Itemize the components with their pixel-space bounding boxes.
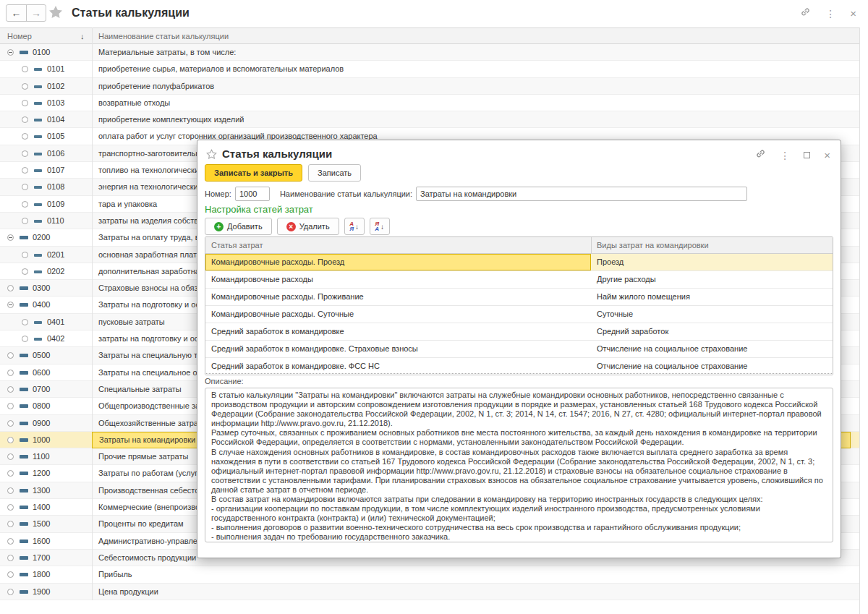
cost-item-row[interactable]: Командировочные расходы. СуточныеСуточны… bbox=[205, 306, 833, 323]
node-circle-icon[interactable] bbox=[7, 437, 14, 443]
cost-item-row[interactable]: Командировочные расходы. ПроездПроезд bbox=[205, 254, 833, 271]
node-circle-icon[interactable] bbox=[7, 589, 14, 595]
list-row[interactable]: 0104приобретение комплектующих изделий bbox=[0, 111, 859, 128]
dialog-link-icon[interactable] bbox=[755, 148, 766, 162]
scrollbar-gutter[interactable] bbox=[859, 27, 860, 614]
row-name: Затраты по работам (услуга bbox=[98, 465, 202, 482]
description-textarea[interactable]: В статью калькуляции "Затраты на команди… bbox=[205, 388, 833, 542]
name-input[interactable] bbox=[416, 187, 747, 201]
calc-item-icon bbox=[20, 303, 28, 307]
node-circle-icon[interactable] bbox=[22, 184, 28, 190]
page-title: Статьи калькуляции bbox=[72, 7, 190, 20]
list-row[interactable]: 1900Цена продукции bbox=[0, 584, 859, 600]
cost-item-cell: Средний заработок в командировке bbox=[211, 323, 344, 339]
dialog-fields-row: Номер: Наименование статьи калькуляции: bbox=[205, 186, 747, 202]
row-number: 0900 bbox=[33, 415, 50, 432]
list-row[interactable]: 0101приобретение сырья, материалов и всп… bbox=[0, 61, 859, 77]
list-row[interactable]: 0102приобретение полуфабрикатов bbox=[0, 78, 859, 95]
node-circle-icon[interactable] bbox=[22, 218, 28, 224]
row-number: 1700 bbox=[33, 550, 50, 566]
back-button[interactable]: ← bbox=[7, 5, 26, 21]
sort-descending-button[interactable]: ЯА ↓ bbox=[370, 218, 390, 235]
node-circle-icon[interactable] bbox=[7, 504, 14, 511]
number-input[interactable] bbox=[235, 187, 270, 201]
row-name: Прочие прямые затраты bbox=[98, 448, 188, 465]
main-toolbar: ← → Статьи калькуляции ⋮ × bbox=[0, 0, 868, 27]
node-circle-icon[interactable] bbox=[7, 352, 14, 359]
node-circle-icon[interactable] bbox=[22, 167, 28, 174]
save-and-close-button[interactable]: Записать и закрыть bbox=[205, 164, 302, 182]
node-circle-icon[interactable] bbox=[22, 150, 28, 157]
add-button[interactable]: + Добавить bbox=[205, 218, 272, 235]
node-circle-icon[interactable] bbox=[7, 470, 14, 477]
node-circle-icon[interactable] bbox=[22, 268, 28, 275]
calc-item-icon bbox=[20, 506, 28, 509]
cost-item-row[interactable]: Средний заработок в командировкеСредний … bbox=[205, 323, 833, 341]
node-circle-icon[interactable] bbox=[22, 252, 28, 258]
cost-item-row[interactable]: Командировочные расходыДругие расходы bbox=[205, 271, 833, 289]
calc-item-icon bbox=[34, 135, 42, 138]
row-number: 0110 bbox=[47, 213, 64, 229]
kebab-menu-icon[interactable]: ⋮ bbox=[825, 9, 835, 19]
row-number: 0101 bbox=[47, 61, 64, 77]
close-icon[interactable]: × bbox=[850, 9, 856, 19]
row-name: основная заработная плата bbox=[98, 247, 201, 263]
list-row[interactable]: 0100Материальные затраты, в том числе: bbox=[0, 44, 859, 61]
collapse-node-icon[interactable] bbox=[7, 234, 14, 241]
row-name: приобретение сырья, материалов и вспомог… bbox=[98, 61, 344, 77]
collapse-node-icon[interactable] bbox=[7, 49, 14, 56]
row-number: 0800 bbox=[33, 398, 50, 414]
node-circle-icon[interactable] bbox=[22, 319, 28, 325]
collapse-node-icon[interactable] bbox=[7, 302, 14, 308]
cost-item-row[interactable]: Командировочные расходы. ПроживаниеНайм … bbox=[205, 289, 833, 306]
row-number: 1600 bbox=[33, 533, 50, 550]
column-header-name[interactable]: Наименование статьи калькуляции bbox=[98, 32, 229, 40]
node-circle-icon[interactable] bbox=[22, 116, 28, 123]
node-circle-icon[interactable] bbox=[22, 201, 28, 208]
calc-item-icon bbox=[20, 540, 28, 543]
column-header-number[interactable]: Номер bbox=[7, 32, 32, 40]
column-header-cost-kind[interactable]: Виды затрат на командировки bbox=[597, 237, 709, 253]
node-circle-icon[interactable] bbox=[22, 66, 28, 72]
node-circle-icon[interactable] bbox=[22, 336, 28, 342]
node-circle-icon[interactable] bbox=[7, 403, 14, 409]
favorites-star-icon[interactable] bbox=[49, 6, 62, 18]
node-circle-icon[interactable] bbox=[22, 100, 28, 106]
node-circle-icon[interactable] bbox=[7, 538, 14, 545]
row-name: тара и упаковка bbox=[98, 196, 157, 213]
node-circle-icon[interactable] bbox=[7, 571, 14, 578]
node-circle-icon[interactable] bbox=[7, 370, 14, 376]
row-name: Общепроизводственные зат bbox=[98, 398, 203, 414]
splitter[interactable] bbox=[205, 373, 833, 374]
dialog-favorites-star-icon[interactable] bbox=[206, 149, 217, 159]
node-circle-icon[interactable] bbox=[7, 555, 14, 561]
row-name: Коммерческие (внепроизвод bbox=[98, 499, 204, 516]
delete-button[interactable]: × Удалить bbox=[277, 218, 339, 235]
forward-button[interactable]: → bbox=[26, 5, 46, 21]
row-number: 0200 bbox=[33, 229, 50, 246]
list-row[interactable]: 0103возвратные отходы bbox=[0, 95, 859, 111]
node-circle-icon[interactable] bbox=[22, 83, 28, 90]
cost-item-cell: Командировочные расходы bbox=[211, 271, 313, 287]
column-header-cost-item[interactable]: Статья затрат bbox=[211, 237, 263, 253]
calc-item-icon bbox=[20, 556, 28, 560]
dialog-maximize-icon[interactable] bbox=[804, 152, 810, 158]
cost-item-row[interactable]: Средний заработок в командировке. ФСС НС… bbox=[205, 358, 833, 375]
save-button[interactable]: Записать bbox=[308, 164, 361, 182]
row-number: 0100 bbox=[33, 44, 50, 61]
node-circle-icon[interactable] bbox=[7, 386, 14, 393]
node-circle-icon[interactable] bbox=[7, 285, 14, 291]
dialog-kebab-menu-icon[interactable]: ⋮ bbox=[780, 150, 790, 161]
cost-item-row[interactable]: Средний заработок в командировке. Страхо… bbox=[205, 341, 833, 358]
sort-ascending-button[interactable]: АЯ ↓ bbox=[344, 218, 365, 235]
link-icon[interactable] bbox=[800, 7, 811, 20]
row-name: Страховые взносы на обязат bbox=[98, 280, 205, 297]
list-row[interactable]: 1800Прибыль bbox=[0, 566, 859, 583]
node-circle-icon[interactable] bbox=[7, 487, 14, 494]
column-separator bbox=[591, 237, 592, 253]
node-circle-icon[interactable] bbox=[7, 521, 14, 527]
dialog-close-icon[interactable]: × bbox=[824, 150, 830, 161]
node-circle-icon[interactable] bbox=[7, 420, 14, 427]
node-circle-icon[interactable] bbox=[7, 453, 14, 460]
node-circle-icon[interactable] bbox=[22, 133, 28, 140]
